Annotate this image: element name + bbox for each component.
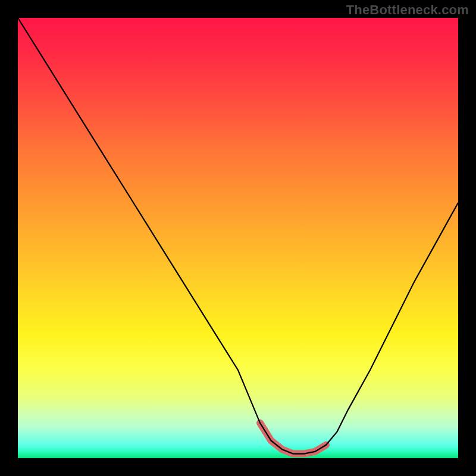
chart-frame: TheBottleneck.com bbox=[0, 0, 476, 476]
curve-layer bbox=[18, 18, 458, 458]
watermark-text: TheBottleneck.com bbox=[346, 2, 469, 18]
plot-area bbox=[18, 18, 458, 458]
bottleneck-curve bbox=[18, 18, 458, 454]
